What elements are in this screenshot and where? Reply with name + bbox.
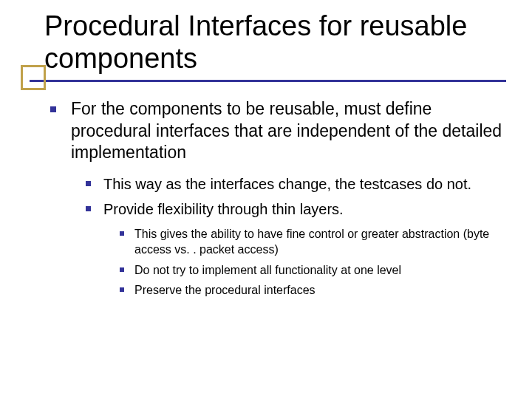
bullet-text: Preserve the procedural interfaces [134,284,316,296]
list-item: Provide flexibility through thin layers.… [86,200,502,299]
bullet-list-level1: For the components to be reusable, must … [50,98,502,299]
title-accent-square [21,65,46,90]
bullet-list-level3: This gives the ability to have fine cont… [120,226,502,299]
bullet-text: Do not try to implement all functionalit… [134,264,401,276]
square-bullet-icon [86,206,91,211]
bullet-text: For the components to be reusable, must … [71,99,502,162]
content-area: For the components to be reusable, must … [0,75,532,299]
bullet-text: This gives the ability to have fine cont… [134,228,489,256]
list-item: Do not try to implement all functionalit… [120,262,502,279]
square-bullet-icon [120,231,124,236]
list-item: This gives the ability to have fine cont… [120,226,502,258]
list-item: This way as the interfaces change, the t… [86,174,502,194]
square-bullet-icon [86,181,91,186]
slide: Procedural Interfaces for reusable compo… [0,0,532,399]
bullet-text: Provide flexibility through thin layers. [103,201,344,217]
list-item: For the components to be reusable, must … [50,98,502,299]
square-bullet-icon [120,287,124,292]
bullet-list-level2: This way as the interfaces change, the t… [86,174,502,299]
square-bullet-icon [50,106,56,112]
square-bullet-icon [120,267,124,272]
title-block: Procedural Interfaces for reusable compo… [0,0,532,75]
list-item: Preserve the procedural interfaces [120,282,502,299]
title-underline [30,80,506,82]
bullet-text: This way as the interfaces change, the t… [103,176,471,192]
slide-title: Procedural Interfaces for reusable compo… [44,10,510,75]
